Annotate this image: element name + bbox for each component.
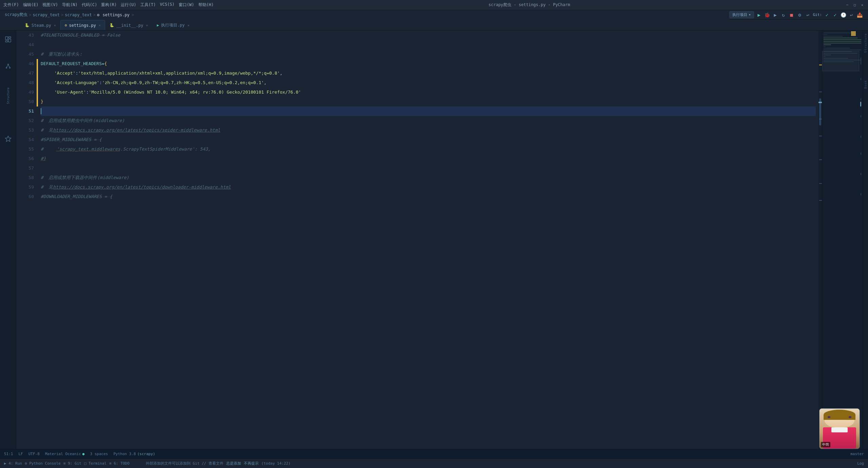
tab-settings-icon: ⚙ xyxy=(65,23,67,27)
status-position: 51:1 xyxy=(4,452,13,456)
status-branch: master xyxy=(850,452,864,456)
code-line-57 xyxy=(41,163,816,173)
panel-structure-icon[interactable] xyxy=(2,60,14,73)
log-button[interactable]: Log xyxy=(857,461,864,466)
minimize-button[interactable]: ─ xyxy=(845,3,850,7)
svg-point-6 xyxy=(9,67,11,69)
add-to-git-button[interactable]: 总是添加 xyxy=(226,461,241,466)
run-dropdown-arrow: ▾ xyxy=(749,13,751,17)
code-line-48: 'Accept-Language' : 'zh-CN,zh;q=0.9,zh-T… xyxy=(41,78,816,87)
menu-file[interactable]: 文件(F) xyxy=(3,2,19,8)
code-content[interactable]: #TELNETCONSOLE_ENABLED = False # 重写默认请求头… xyxy=(38,31,818,449)
settings-icon[interactable]: ⚙ xyxy=(797,12,803,18)
panel-book-btn[interactable]: Book xyxy=(864,80,867,89)
code-marker-column xyxy=(37,31,38,449)
title-bar: 文件(F) 编辑(E) 视图(V) 导航(N) 代码(C) 重构(R) 运行(U… xyxy=(0,0,868,10)
code-line-51[interactable] xyxy=(41,106,816,116)
stop-icon[interactable]: ■ xyxy=(789,12,795,18)
breadcrumb-item-3[interactable]: scrapy_text xyxy=(65,13,92,17)
run-icon[interactable]: ▶ xyxy=(756,12,762,18)
tabs-bar: 🐍 Steam.py ✕ ⚙ settings.py ✕ 🐍 __init__.… xyxy=(0,20,868,31)
tab-steam[interactable]: 🐍 Steam.py ✕ xyxy=(20,20,60,30)
tab-steam-close[interactable]: ✕ xyxy=(54,23,56,27)
git-undo[interactable]: ↩ xyxy=(848,12,854,18)
code-line-50: } xyxy=(41,97,816,106)
main-content: Structure 43 44 45 46 47 48 49 50 51 52 … xyxy=(0,31,868,449)
git-push[interactable]: 📤 xyxy=(856,12,863,18)
tab-execute-label: 执行项目.py xyxy=(161,22,185,28)
code-editor[interactable]: 43 44 45 46 47 48 49 50 51 52 53 54 55 5… xyxy=(16,31,822,449)
menu-help[interactable]: 帮助(H) xyxy=(198,2,214,8)
minimap[interactable] xyxy=(822,31,863,449)
menu-edit[interactable]: 编辑(E) xyxy=(23,2,39,8)
editor-scrollbar[interactable] xyxy=(818,31,822,449)
svg-marker-9 xyxy=(5,136,11,141)
tab-init-label: __init__.py xyxy=(116,23,143,28)
svg-line-7 xyxy=(6,65,8,67)
menu-bar[interactable]: 文件(F) 编辑(E) 视图(V) 导航(N) 代码(C) 重构(R) 运行(U… xyxy=(3,2,214,8)
breadcrumb-item-1[interactable]: scrapy爬虫 xyxy=(5,12,27,18)
tab-init-close[interactable]: ✕ xyxy=(146,23,148,27)
code-line-54: #SPIDER_MIDDLEWARES = { xyxy=(41,135,816,144)
status-spaces: 3 spaces xyxy=(90,452,108,456)
svg-point-5 xyxy=(6,67,7,69)
structure-label[interactable]: Structure xyxy=(6,87,10,104)
git-checkmark2[interactable]: ✓ xyxy=(832,12,838,18)
run-project-button[interactable]: 执行项目 ▾ xyxy=(729,11,754,18)
menu-tools[interactable]: 工具(T) xyxy=(140,2,156,8)
svg-rect-2 xyxy=(8,39,11,42)
code-line-53: # 见 https://docs.scrapy.org/en/latest/to… xyxy=(41,125,816,135)
menu-run[interactable]: 运行(U) xyxy=(121,2,136,8)
git-tab[interactable]: ≡ 9: Git xyxy=(63,461,81,466)
code-line-52: # 启用或禁用爬虫中间件(middleware) xyxy=(41,116,816,125)
svg-rect-0 xyxy=(5,37,8,40)
menu-code[interactable]: 代码(C) xyxy=(82,2,97,8)
bottom-bar: ▶ 4: Run ⚙ Python Console ≡ 9: Git □ Ter… xyxy=(0,459,868,468)
menu-vcs[interactable]: VCS(S) xyxy=(160,2,175,8)
git-clock[interactable]: 🕐 xyxy=(840,12,846,18)
menu-nav[interactable]: 导航(N) xyxy=(62,2,78,8)
tab-settings[interactable]: ⚙ settings.py ✕ xyxy=(60,20,105,30)
run-dropdown-label: 执行项目 xyxy=(732,12,747,17)
python-console-tab[interactable]: ⚙ Python Console xyxy=(25,461,61,466)
dismiss-button[interactable]: 不再提示 xyxy=(244,461,259,466)
code-line-45: # 重写默认请求头: xyxy=(41,50,816,59)
panel-favorites-icon[interactable] xyxy=(2,133,14,145)
tab-execute-close[interactable]: ✕ xyxy=(188,23,190,27)
window-controls[interactable]: ─ □ ✕ xyxy=(845,3,865,7)
window-title: scrapy爬虫 - settings.py - PyCharm xyxy=(214,2,845,8)
code-line-60: #DOWNLOADER_MIDDLEWARES = { xyxy=(41,192,816,201)
close-button[interactable]: ✕ xyxy=(860,3,865,7)
menu-refactor[interactable]: 重构(R) xyxy=(101,2,117,8)
status-line-ending: LF xyxy=(19,452,23,456)
code-line-58: # 启用或禁用下载器中间件(middleware) xyxy=(41,173,816,182)
anime-char-image: 中简 xyxy=(819,408,860,449)
refresh-icon[interactable]: ↻ xyxy=(781,12,787,18)
tab-init[interactable]: 🐍 __init__.py ✕ xyxy=(105,20,153,30)
breadcrumb-item-4[interactable]: ⚙ settings.py xyxy=(97,13,130,17)
breadcrumb-item-2[interactable]: scrapy_text xyxy=(33,13,60,17)
title-bar-left: 文件(F) 编辑(E) 视图(V) 导航(N) 代码(C) 重构(R) 运行(U… xyxy=(3,2,214,8)
coverage-icon[interactable]: ▶ xyxy=(772,12,778,18)
run-tab[interactable]: ▶ 4: Run xyxy=(4,461,22,466)
maximize-button[interactable]: □ xyxy=(852,3,857,7)
todo-tab[interactable]: ≡ 6: TODO xyxy=(109,461,130,466)
tab-execute[interactable]: ▶ 执行项目.py ✕ xyxy=(152,20,194,30)
menu-window[interactable]: 窗口(W) xyxy=(179,2,194,8)
toolbar: 执行项目 ▾ ▶ 🐞 ▶ ↻ ■ ⚙ ↩ Git: ✓ ✓ 🕐 ↩ 📤 xyxy=(729,11,868,18)
menu-view[interactable]: 视图(V) xyxy=(42,2,58,8)
code-line-43: #TELNETCONSOLE_ENABLED = False xyxy=(41,31,816,40)
anime-badge: 中简 xyxy=(821,442,830,447)
tab-settings-close[interactable]: ✕ xyxy=(99,23,101,27)
debug-icon[interactable]: 🐞 xyxy=(764,12,770,18)
code-line-46: DEFAULT_REQUEST_HEADERS = { xyxy=(41,59,816,69)
anime-character: 中简 xyxy=(819,408,860,449)
line-numbers: 43 44 45 46 47 48 49 50 51 52 53 54 55 5… xyxy=(16,31,37,449)
svg-rect-1 xyxy=(8,37,11,38)
terminal-tab[interactable]: □ Terminal xyxy=(84,461,106,466)
panel-structure-btn[interactable]: Structure xyxy=(864,33,867,53)
panel-project-icon[interactable] xyxy=(2,33,14,45)
status-theme: Material Oceanic ● xyxy=(45,452,85,456)
git-checkmark1[interactable]: ✓ xyxy=(824,12,830,18)
undo-icon[interactable]: ↩ xyxy=(805,12,811,18)
